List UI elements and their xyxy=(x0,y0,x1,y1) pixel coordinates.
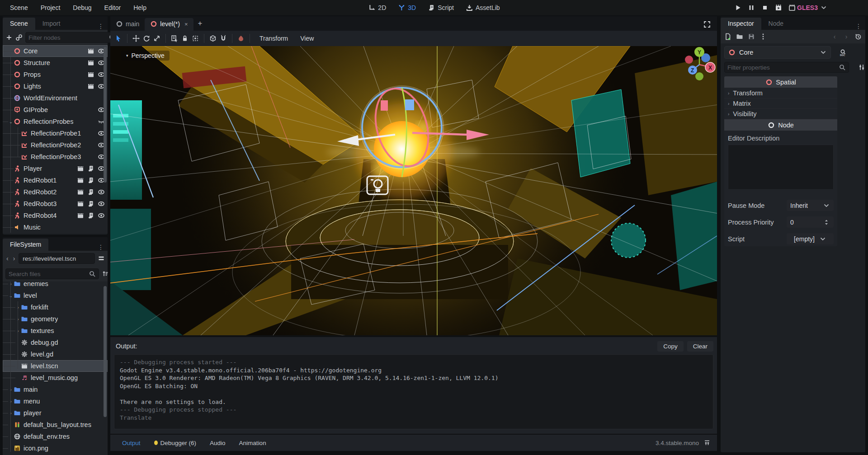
tab-inspector[interactable]: Inspector xyxy=(721,18,761,30)
scene-node-lights[interactable]: Lights xyxy=(3,80,108,92)
viewport-3d[interactable]: Y X Z ▾ Perspective xyxy=(110,46,717,335)
gizmo-handle-z[interactable] xyxy=(405,99,414,110)
property-value-dropdown[interactable]: [empty] xyxy=(787,233,834,244)
mode-2d[interactable]: 2D xyxy=(364,3,390,13)
split-mode-icon[interactable] xyxy=(98,255,105,262)
expand-icon[interactable]: › xyxy=(8,387,14,392)
dock-menu-icon[interactable]: ⋮ xyxy=(852,23,865,30)
sort-files-icon[interactable] xyxy=(102,270,109,277)
chevron-down-icon[interactable] xyxy=(823,202,830,209)
tab-node[interactable]: Node xyxy=(761,18,791,30)
filter-nodes-input[interactable] xyxy=(28,34,108,41)
menu-view[interactable]: View xyxy=(296,33,318,43)
spinner-icon[interactable] xyxy=(823,219,830,226)
scene-node-reflectionprobes[interactable]: ⌄ReflectionProbes xyxy=(3,116,108,127)
new-resource-icon[interactable] xyxy=(724,33,731,40)
scene-node-redrobot1[interactable]: RedRobot1 xyxy=(3,174,108,186)
history-back-icon[interactable]: ‹ xyxy=(5,255,9,262)
property-value-spin[interactable]: 0 xyxy=(787,216,834,228)
resource-menu-icon[interactable] xyxy=(760,33,767,40)
file-level[interactable]: ⌄level xyxy=(3,290,108,301)
current-path[interactable]: res://level/level.tscn xyxy=(19,253,95,264)
scene-node-redrobot4[interactable]: RedRobot4 xyxy=(3,210,108,221)
bottom-tab-debugger-[interactable]: Debugger (6) xyxy=(149,438,202,448)
scene-node-core[interactable]: Core xyxy=(3,45,108,57)
add-node-icon[interactable] xyxy=(5,34,13,41)
menu-project[interactable]: Project xyxy=(35,2,66,13)
file-geometry[interactable]: ›geometry xyxy=(3,313,108,325)
collapse-icon[interactable]: ⌄ xyxy=(8,119,14,124)
expand-icon[interactable]: › xyxy=(15,328,21,333)
file-level-music.ogg[interactable]: ♬level_music.ogg xyxy=(3,372,108,384)
file-default-bus-layout.tres[interactable]: default_bus_layout.tres xyxy=(3,419,108,431)
movie-play-icon[interactable] xyxy=(775,4,782,11)
script-button-icon[interactable] xyxy=(87,177,94,184)
load-resource-icon[interactable] xyxy=(736,33,743,40)
mode-script[interactable]: Script xyxy=(424,3,458,13)
scene-node-props[interactable]: Props xyxy=(3,69,108,80)
scene-node-redrobot2[interactable]: RedRobot2 xyxy=(3,186,108,198)
lock-node-icon[interactable] xyxy=(181,35,189,42)
filter-properties-input[interactable] xyxy=(727,64,839,71)
scene-node-worldenvironment[interactable]: WorldEnvironment xyxy=(3,92,108,104)
history-back-icon[interactable]: ‹ xyxy=(831,33,838,40)
script-button-icon[interactable] xyxy=(87,212,94,219)
scene-tab-level[interactable]: level(*)× xyxy=(145,18,193,31)
tab-scene[interactable]: Scene xyxy=(3,18,35,30)
scene-node-reflectionprobe3[interactable]: ReflectionProbe3 xyxy=(3,151,108,163)
group-transform[interactable]: ›Transform xyxy=(724,88,837,99)
property-value-dropdown[interactable]: Inherit xyxy=(787,200,834,211)
scene-node-redrobot3[interactable]: RedRobot3 xyxy=(3,198,108,210)
chevron-down-icon[interactable] xyxy=(819,235,826,243)
dock-menu-icon[interactable]: ⋮ xyxy=(94,23,108,30)
list-select-tool-icon[interactable] xyxy=(171,35,178,42)
section-spatial[interactable]: Spatial xyxy=(724,76,837,88)
copy-button[interactable]: Copy xyxy=(657,341,684,352)
scene-tree-scrollbar[interactable] xyxy=(104,47,107,183)
scene-tab-main[interactable]: main xyxy=(110,18,145,31)
script-button-icon[interactable] xyxy=(87,188,94,196)
clear-button[interactable]: Clear xyxy=(687,341,713,352)
gizmo-handle-x[interactable] xyxy=(381,100,388,111)
move-tool-icon[interactable] xyxy=(132,35,140,42)
scene-node-structure[interactable]: Structure xyxy=(3,57,108,69)
expand-icon[interactable]: › xyxy=(15,305,21,310)
scene-node-player[interactable]: Player xyxy=(3,163,108,174)
open-scene-button-icon[interactable] xyxy=(77,177,84,184)
editor-description-field[interactable] xyxy=(728,145,834,190)
open-scene-button-icon[interactable] xyxy=(77,200,84,207)
open-scene-button-icon[interactable] xyxy=(77,212,84,219)
file-enemies[interactable]: ›enemies xyxy=(3,281,108,290)
group-visibility[interactable]: ›Visibility xyxy=(724,109,837,119)
open-scene-button-icon[interactable] xyxy=(77,188,84,196)
close-tab-icon[interactable]: × xyxy=(184,21,188,28)
file-main[interactable]: ›main xyxy=(3,384,108,395)
file-default-env.tres[interactable]: default_env.tres xyxy=(3,431,108,442)
scale-tool-icon[interactable] xyxy=(153,35,160,42)
bottom-tab-output[interactable]: Output xyxy=(117,438,146,448)
group-node-icon[interactable] xyxy=(192,35,199,42)
save-resource-icon[interactable] xyxy=(748,33,755,40)
scene-node-reflectionprobe1[interactable]: ReflectionProbe1 xyxy=(3,127,108,139)
perspective-menu[interactable]: ▾ Perspective xyxy=(121,51,170,61)
section-node[interactable]: Node xyxy=(724,119,837,131)
visibility-toggle-icon[interactable] xyxy=(98,188,105,196)
local-space-toggle-icon[interactable] xyxy=(209,35,217,42)
snap-toggle-icon[interactable] xyxy=(220,35,227,42)
script-button-icon[interactable] xyxy=(87,165,94,172)
rotate-tool-icon[interactable] xyxy=(143,35,150,42)
menu-debug[interactable]: Debug xyxy=(67,2,97,13)
expand-icon[interactable]: › xyxy=(8,411,14,416)
open-docs-icon[interactable]: DOC xyxy=(839,49,846,56)
expand-bottom-panel-icon[interactable] xyxy=(703,439,711,446)
stop-icon[interactable] xyxy=(761,4,769,11)
group-matrix[interactable]: ›Matrix xyxy=(724,99,837,109)
file-icon.png[interactable]: icon.png xyxy=(3,442,108,454)
history-forward-icon[interactable]: › xyxy=(12,255,16,262)
menu-editor[interactable]: Editor xyxy=(99,2,127,13)
edited-node-selector[interactable]: Core xyxy=(724,46,831,59)
select-tool-icon[interactable] xyxy=(115,35,122,42)
scene-node-reflectionprobe2[interactable]: ReflectionProbe2 xyxy=(3,139,108,151)
expand-icon[interactable]: › xyxy=(8,399,14,404)
file-debug.gd[interactable]: debug.gd xyxy=(3,337,108,348)
